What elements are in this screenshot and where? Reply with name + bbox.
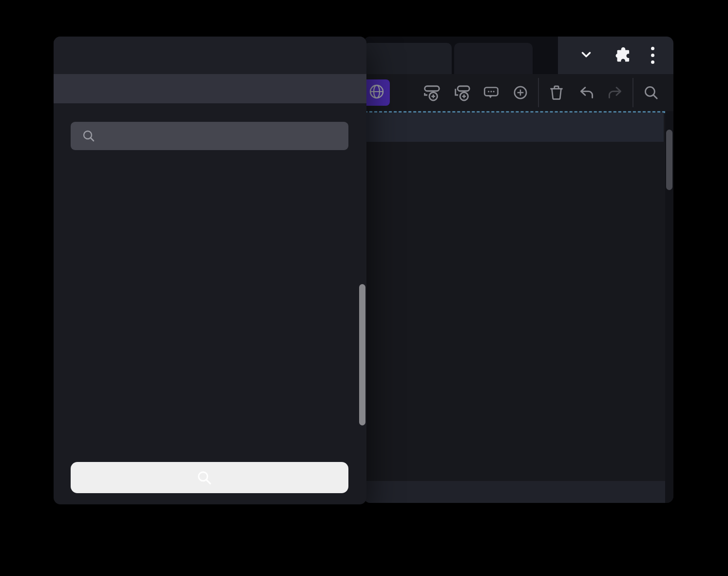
chevron-down-icon[interactable] — [577, 45, 595, 66]
events-scrollbar-thumb[interactable] — [666, 130, 672, 190]
redo-button[interactable] — [605, 80, 626, 105]
dialog-titlebar — [54, 37, 366, 74]
dialog-scrollbar-thumb[interactable] — [359, 284, 365, 425]
trash-icon — [546, 82, 567, 103]
event-conditions-area[interactable] — [366, 113, 664, 142]
add-event-icon — [421, 82, 443, 103]
project-search[interactable] — [71, 122, 348, 150]
add-comment-button[interactable] — [480, 80, 502, 105]
extensions-puzzle-icon[interactable] — [614, 46, 632, 65]
add-circle-icon — [510, 82, 531, 103]
window-header-panel — [558, 37, 673, 74]
add-something-button[interactable] — [510, 80, 531, 105]
macos-minimize-button[interactable] — [150, 52, 159, 60]
kebab-menu-icon[interactable] — [651, 47, 654, 64]
search-events-button[interactable] — [640, 80, 662, 105]
search-icon — [196, 469, 212, 486]
tab-debugger[interactable] — [454, 43, 533, 74]
globe-icon — [367, 82, 386, 103]
undo-button[interactable] — [575, 80, 597, 105]
tab-bar — [364, 37, 673, 74]
macos-close-button[interactable] — [130, 52, 139, 60]
add-subevent-icon — [452, 82, 473, 103]
events-sheet-footer — [364, 481, 665, 503]
search-input[interactable] — [104, 129, 338, 143]
search-icon — [81, 129, 96, 143]
events-toolbar — [364, 74, 673, 111]
events-editor-window — [364, 37, 673, 503]
redo-icon — [605, 82, 626, 103]
toolbar-divider — [538, 78, 539, 107]
screen — [0, 0, 728, 576]
extensions-dialog — [54, 37, 366, 504]
macos-zoom-button[interactable] — [169, 52, 178, 60]
create-extension-button[interactable] — [71, 462, 348, 493]
selected-event-block[interactable] — [364, 111, 665, 113]
undo-icon — [576, 82, 596, 103]
add-event-button[interactable] — [421, 80, 443, 105]
delete-button[interactable] — [546, 80, 567, 105]
add-subevent-button[interactable] — [452, 80, 473, 105]
toolbar-active-button[interactable] — [364, 79, 390, 106]
add-comment-icon — [481, 82, 501, 103]
dialog-header — [54, 74, 366, 103]
toolbar-divider — [632, 78, 633, 107]
tab-events[interactable] — [364, 43, 452, 74]
search-icon — [641, 82, 661, 103]
events-sheet — [364, 111, 665, 503]
